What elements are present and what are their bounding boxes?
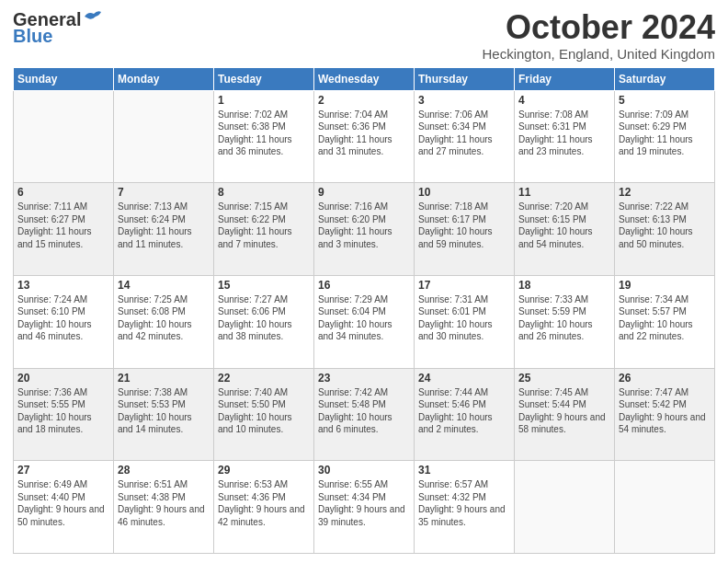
day-number: 5 (619, 94, 711, 107)
day-info: Sunrise: 7:25 AMSunset: 6:08 PMDaylight:… (118, 293, 210, 343)
calendar-cell: 30Sunrise: 6:55 AMSunset: 4:34 PMDayligh… (314, 461, 415, 554)
day-info: Sunrise: 7:29 AMSunset: 6:04 PMDaylight:… (318, 293, 410, 343)
calendar-cell: 25Sunrise: 7:45 AMSunset: 5:44 PMDayligh… (515, 368, 615, 461)
day-number: 10 (418, 186, 510, 199)
day-number: 2 (318, 94, 410, 107)
day-number: 13 (17, 279, 109, 292)
month-title: October 2024 (483, 9, 716, 46)
day-info: Sunrise: 7:44 AMSunset: 5:46 PMDaylight:… (418, 386, 510, 436)
day-info: Sunrise: 7:42 AMSunset: 5:48 PMDaylight:… (318, 386, 410, 436)
day-header-saturday: Saturday (615, 67, 715, 90)
day-number: 27 (17, 464, 109, 477)
calendar-cell: 11Sunrise: 7:20 AMSunset: 6:15 PMDayligh… (515, 183, 615, 276)
day-number: 15 (218, 279, 310, 292)
day-number: 8 (218, 186, 310, 199)
calendar-cell: 23Sunrise: 7:42 AMSunset: 5:48 PMDayligh… (314, 368, 415, 461)
calendar-cell: 31Sunrise: 6:57 AMSunset: 4:32 PMDayligh… (415, 461, 515, 554)
day-info: Sunrise: 7:06 AMSunset: 6:34 PMDaylight:… (418, 109, 510, 158)
day-number: 4 (518, 94, 610, 107)
day-info: Sunrise: 7:47 AMSunset: 5:42 PMDaylight:… (619, 386, 711, 436)
day-number: 24 (418, 372, 510, 385)
day-number: 19 (619, 279, 711, 292)
calendar-cell: 16Sunrise: 7:29 AMSunset: 6:04 PMDayligh… (314, 275, 415, 368)
logo-bird-icon (83, 9, 103, 26)
day-header-thursday: Thursday (415, 67, 515, 90)
calendar-cell: 13Sunrise: 7:24 AMSunset: 6:10 PMDayligh… (14, 275, 114, 368)
day-info: Sunrise: 6:55 AMSunset: 4:34 PMDaylight:… (318, 478, 410, 528)
calendar-week-row: 6Sunrise: 7:11 AMSunset: 6:27 PMDaylight… (14, 183, 715, 276)
calendar-week-row: 1Sunrise: 7:02 AMSunset: 6:38 PMDaylight… (14, 90, 715, 183)
day-number: 22 (218, 372, 310, 385)
day-info: Sunrise: 6:57 AMSunset: 4:32 PMDaylight:… (418, 478, 510, 528)
day-number: 7 (118, 186, 210, 199)
day-info: Sunrise: 6:51 AMSunset: 4:38 PMDaylight:… (118, 478, 210, 528)
calendar-cell: 21Sunrise: 7:38 AMSunset: 5:53 PMDayligh… (114, 368, 214, 461)
day-info: Sunrise: 7:33 AMSunset: 5:59 PMDaylight:… (518, 293, 610, 343)
day-info: Sunrise: 7:09 AMSunset: 6:29 PMDaylight:… (619, 109, 711, 158)
day-number: 6 (17, 186, 109, 199)
day-number: 30 (318, 464, 410, 477)
day-header-monday: Monday (114, 67, 214, 90)
day-number: 29 (218, 464, 310, 477)
day-header-tuesday: Tuesday (214, 67, 314, 90)
day-header-wednesday: Wednesday (314, 67, 415, 90)
calendar-cell: 27Sunrise: 6:49 AMSunset: 4:40 PMDayligh… (14, 461, 114, 554)
calendar-cell: 28Sunrise: 6:51 AMSunset: 4:38 PMDayligh… (114, 461, 214, 554)
calendar-week-row: 13Sunrise: 7:24 AMSunset: 6:10 PMDayligh… (14, 275, 715, 368)
calendar-cell: 10Sunrise: 7:18 AMSunset: 6:17 PMDayligh… (415, 183, 515, 276)
calendar-cell: 19Sunrise: 7:34 AMSunset: 5:57 PMDayligh… (615, 275, 715, 368)
day-info: Sunrise: 7:02 AMSunset: 6:38 PMDaylight:… (218, 109, 310, 158)
day-info: Sunrise: 6:49 AMSunset: 4:40 PMDaylight:… (17, 478, 109, 528)
title-section: October 2024 Heckington, England, United… (483, 9, 716, 62)
day-info: Sunrise: 7:13 AMSunset: 6:24 PMDaylight:… (118, 201, 210, 250)
day-info: Sunrise: 7:40 AMSunset: 5:50 PMDaylight:… (218, 386, 310, 436)
calendar-cell: 1Sunrise: 7:02 AMSunset: 6:38 PMDaylight… (214, 90, 314, 183)
location: Heckington, England, United Kingdom (483, 46, 716, 62)
logo-blue: Blue (13, 26, 103, 46)
calendar-cell (515, 461, 615, 554)
calendar-cell: 6Sunrise: 7:11 AMSunset: 6:27 PMDaylight… (14, 183, 114, 276)
day-number: 1 (218, 94, 310, 107)
day-info: Sunrise: 7:18 AMSunset: 6:17 PMDaylight:… (418, 201, 510, 250)
day-number: 18 (518, 279, 610, 292)
day-info: Sunrise: 7:34 AMSunset: 5:57 PMDaylight:… (619, 293, 711, 343)
calendar-cell: 3Sunrise: 7:06 AMSunset: 6:34 PMDaylight… (415, 90, 515, 183)
day-number: 21 (118, 372, 210, 385)
calendar-cell: 9Sunrise: 7:16 AMSunset: 6:20 PMDaylight… (314, 183, 415, 276)
day-info: Sunrise: 7:20 AMSunset: 6:15 PMDaylight:… (518, 201, 610, 250)
calendar-cell: 12Sunrise: 7:22 AMSunset: 6:13 PMDayligh… (615, 183, 715, 276)
day-header-sunday: Sunday (14, 67, 114, 90)
calendar-week-row: 27Sunrise: 6:49 AMSunset: 4:40 PMDayligh… (14, 461, 715, 554)
day-number: 28 (118, 464, 210, 477)
calendar-cell: 20Sunrise: 7:36 AMSunset: 5:55 PMDayligh… (14, 368, 114, 461)
calendar-cell: 26Sunrise: 7:47 AMSunset: 5:42 PMDayligh… (615, 368, 715, 461)
calendar-cell: 8Sunrise: 7:15 AMSunset: 6:22 PMDaylight… (214, 183, 314, 276)
day-info: Sunrise: 7:15 AMSunset: 6:22 PMDaylight:… (218, 201, 310, 250)
day-info: Sunrise: 7:38 AMSunset: 5:53 PMDaylight:… (118, 386, 210, 436)
day-info: Sunrise: 7:11 AMSunset: 6:27 PMDaylight:… (17, 201, 109, 250)
day-number: 31 (418, 464, 510, 477)
day-info: Sunrise: 7:27 AMSunset: 6:06 PMDaylight:… (218, 293, 310, 343)
day-info: Sunrise: 7:04 AMSunset: 6:36 PMDaylight:… (318, 109, 410, 158)
calendar-header-row: SundayMondayTuesdayWednesdayThursdayFrid… (14, 67, 715, 90)
day-number: 17 (418, 279, 510, 292)
day-number: 16 (318, 279, 410, 292)
day-info: Sunrise: 7:36 AMSunset: 5:55 PMDaylight:… (17, 386, 109, 436)
calendar-cell (615, 461, 715, 554)
page: General Blue October 2024 Heckington, En… (0, 0, 728, 563)
day-info: Sunrise: 7:31 AMSunset: 6:01 PMDaylight:… (418, 293, 510, 343)
header: General Blue October 2024 Heckington, En… (13, 9, 715, 62)
calendar-cell: 14Sunrise: 7:25 AMSunset: 6:08 PMDayligh… (114, 275, 214, 368)
calendar-week-row: 20Sunrise: 7:36 AMSunset: 5:55 PMDayligh… (14, 368, 715, 461)
day-number: 25 (518, 372, 610, 385)
calendar-cell: 29Sunrise: 6:53 AMSunset: 4:36 PMDayligh… (214, 461, 314, 554)
day-number: 26 (619, 372, 711, 385)
day-number: 12 (619, 186, 711, 199)
day-number: 3 (418, 94, 510, 107)
day-number: 11 (518, 186, 610, 199)
day-number: 14 (118, 279, 210, 292)
calendar-cell (14, 90, 114, 183)
calendar-cell: 22Sunrise: 7:40 AMSunset: 5:50 PMDayligh… (214, 368, 314, 461)
calendar-cell (114, 90, 214, 183)
calendar-cell: 24Sunrise: 7:44 AMSunset: 5:46 PMDayligh… (415, 368, 515, 461)
